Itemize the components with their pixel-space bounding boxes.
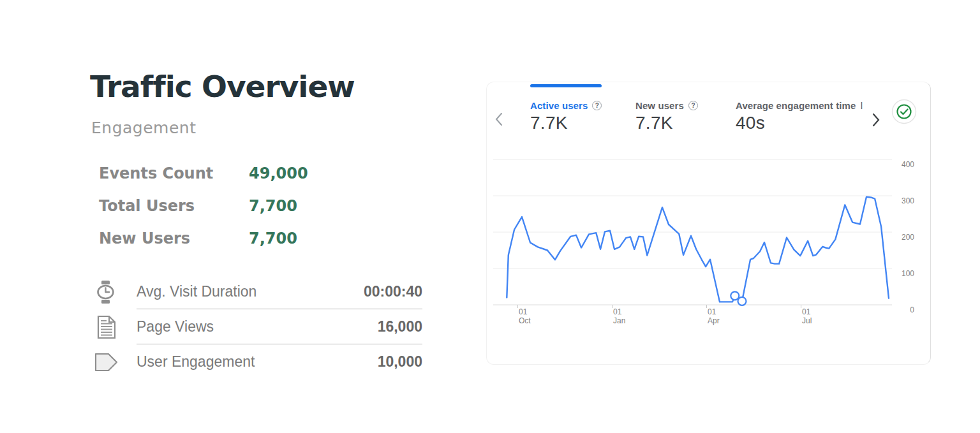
y-tick-label: 300: [902, 196, 914, 205]
metric-label: Avg. Visit Duration: [137, 283, 256, 300]
watch-icon: [94, 280, 119, 304]
stat-value: 49,000: [249, 165, 308, 182]
x-tick-label: 01 Apr: [708, 307, 720, 325]
tab-value: 40s: [736, 113, 863, 133]
metric-value: 00:00:40: [364, 283, 422, 300]
data-quality-check-badge[interactable]: [891, 99, 917, 124]
metric-value: 10,000: [378, 353, 422, 371]
stat-row-total-users: Total Users 7,700: [99, 197, 341, 230]
help-icon[interactable]: ?: [592, 101, 602, 110]
x-tick-label: 01 Jan: [613, 307, 625, 325]
metric-row-avg-visit-duration: Avg. Visit Duration 00:00:40: [94, 274, 422, 309]
prev-metric-button[interactable]: [494, 112, 505, 128]
tab-label: New users: [635, 100, 684, 111]
chevron-right-icon: [872, 113, 880, 127]
metric-label: Page Views: [137, 318, 214, 335]
x-tick-label: 01 Jul: [802, 307, 812, 325]
metric-row-page-views: Page Views 16,000: [94, 309, 422, 344]
data-point-marker: [738, 297, 746, 305]
chart-svg: [493, 159, 892, 305]
y-axis-labels: 4003002001000: [897, 159, 914, 312]
chevron-left-icon: [494, 112, 503, 126]
y-tick-label: 0: [910, 305, 914, 314]
y-tick-label: 400: [902, 160, 914, 169]
clipped-text: ǀ: [860, 100, 863, 111]
x-axis-labels: 01 Oct01 Jan01 Apr01 Jul: [493, 307, 892, 328]
x-tick-label: 01 Oct: [519, 307, 531, 325]
stats-list: Events Count 49,000 Total Users 7,700 Ne…: [99, 165, 341, 262]
metric-label: User Engagement: [137, 353, 255, 371]
stat-value: 7,700: [249, 230, 297, 247]
chart-plot[interactable]: [493, 159, 892, 305]
tag-icon: [94, 350, 119, 374]
tab-label: Active users: [530, 100, 588, 111]
metric-row-user-engagement: User Engagement 10,000: [94, 344, 422, 379]
stat-label: Total Users: [99, 197, 249, 215]
y-tick-label: 200: [902, 233, 914, 242]
tab-label: Average engagement time: [736, 100, 856, 111]
tab-average-engagement-time[interactable]: Average engagement time ǀ 40s: [736, 99, 863, 133]
stat-row-events-count: Events Count 49,000: [99, 165, 341, 197]
document-icon: [94, 315, 119, 339]
tab-value: 7.7K: [530, 113, 602, 133]
tab-new-users[interactable]: New users ? 7.7K: [635, 99, 698, 133]
tab-active-users[interactable]: Active users ? 7.7K: [530, 99, 602, 133]
analytics-card: Active users ? 7.7K New users ? 7.7K Ave…: [486, 82, 931, 365]
y-tick-label: 100: [902, 269, 914, 278]
page-subtitle: Engagement: [91, 119, 196, 137]
stat-row-new-users: New Users 7,700: [99, 230, 341, 262]
metric-value: 16,000: [378, 318, 422, 335]
help-icon[interactable]: ?: [688, 101, 698, 110]
stat-label: Events Count: [99, 165, 249, 182]
page-title: Traffic Overview: [90, 69, 355, 104]
tab-value: 7.7K: [635, 113, 698, 133]
stat-label: New Users: [99, 230, 249, 247]
next-metric-button[interactable]: [872, 113, 882, 128]
stat-value: 7,700: [249, 197, 297, 215]
active-tab-indicator: [530, 84, 602, 87]
chart-line: [507, 197, 889, 302]
data-point-marker: [731, 291, 739, 300]
metrics-list: Avg. Visit Duration 00:00:40 Page Views …: [94, 274, 422, 379]
check-circle-icon: [891, 99, 917, 124]
